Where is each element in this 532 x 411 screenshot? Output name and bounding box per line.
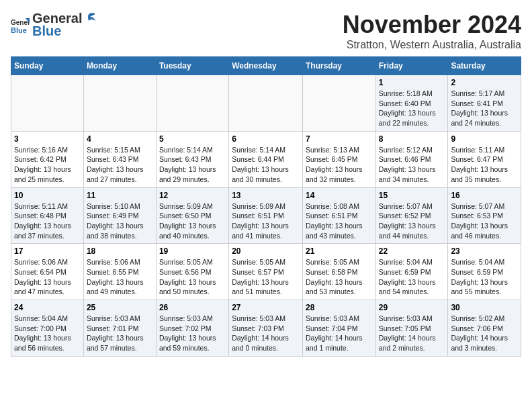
day-number: 13 [232, 191, 300, 200]
day-number: 22 [379, 246, 445, 256]
day-number: 30 [451, 303, 518, 312]
weekday-header-friday: Friday [375, 57, 448, 75]
day-info: Sunrise: 5:12 AM Sunset: 6:46 PM Dayligh… [379, 145, 445, 185]
calendar-cell: 24Sunrise: 5:04 AM Sunset: 7:00 PM Dayli… [11, 300, 84, 357]
calendar-cell [229, 75, 303, 132]
day-info: Sunrise: 5:02 AM Sunset: 7:06 PM Dayligh… [451, 314, 518, 353]
calendar-cell: 22Sunrise: 5:04 AM Sunset: 6:59 PM Dayli… [375, 244, 448, 300]
weekday-header-wednesday: Wednesday [229, 57, 303, 75]
day-number: 26 [159, 303, 226, 312]
day-info: Sunrise: 5:03 AM Sunset: 7:05 PM Dayligh… [379, 314, 445, 353]
day-number: 18 [87, 246, 153, 256]
day-number: 6 [232, 134, 300, 144]
day-info: Sunrise: 5:06 AM Sunset: 6:54 PM Dayligh… [14, 257, 81, 297]
calendar-cell: 14Sunrise: 5:08 AM Sunset: 6:51 PM Dayli… [302, 187, 375, 244]
header: General Blue General Blue November 2024 … [11, 11, 521, 51]
calendar-cell: 6Sunrise: 5:14 AM Sunset: 6:44 PM Daylig… [229, 131, 303, 187]
day-number: 16 [451, 191, 518, 200]
calendar-cell: 17Sunrise: 5:06 AM Sunset: 6:54 PM Dayli… [11, 244, 84, 300]
day-number: 17 [14, 246, 81, 256]
day-number: 23 [451, 246, 518, 256]
day-number: 5 [159, 134, 226, 144]
weekday-header-sunday: Sunday [11, 57, 84, 75]
day-number: 2 [451, 78, 518, 87]
calendar-cell: 5Sunrise: 5:14 AM Sunset: 6:43 PM Daylig… [156, 131, 228, 187]
logo-icon: General Blue [11, 15, 30, 34]
week-row-3: 10Sunrise: 5:11 AM Sunset: 6:48 PM Dayli… [11, 187, 521, 244]
calendar-cell: 10Sunrise: 5:11 AM Sunset: 6:48 PM Dayli… [11, 187, 84, 244]
week-row-2: 3Sunrise: 5:16 AM Sunset: 6:42 PM Daylig… [11, 131, 521, 187]
day-info: Sunrise: 5:09 AM Sunset: 6:50 PM Dayligh… [159, 201, 226, 241]
week-row-5: 24Sunrise: 5:04 AM Sunset: 7:00 PM Dayli… [11, 300, 521, 357]
calendar-cell: 28Sunrise: 5:03 AM Sunset: 7:04 PM Dayli… [302, 300, 375, 357]
svg-text:Blue: Blue [11, 26, 27, 34]
day-info: Sunrise: 5:04 AM Sunset: 7:00 PM Dayligh… [14, 314, 81, 353]
day-info: Sunrise: 5:08 AM Sunset: 6:51 PM Dayligh… [306, 201, 373, 241]
calendar-body: 1Sunrise: 5:18 AM Sunset: 6:40 PM Daylig… [11, 75, 521, 357]
week-row-1: 1Sunrise: 5:18 AM Sunset: 6:40 PM Daylig… [11, 75, 521, 132]
day-number: 3 [14, 134, 81, 144]
day-info: Sunrise: 5:11 AM Sunset: 6:48 PM Dayligh… [14, 201, 81, 241]
calendar-cell: 9Sunrise: 5:11 AM Sunset: 6:47 PM Daylig… [448, 131, 521, 187]
day-number: 10 [14, 191, 81, 200]
day-number: 27 [232, 303, 300, 312]
day-info: Sunrise: 5:14 AM Sunset: 6:44 PM Dayligh… [232, 145, 300, 185]
calendar-cell: 20Sunrise: 5:05 AM Sunset: 6:57 PM Dayli… [229, 244, 303, 300]
calendar-cell: 3Sunrise: 5:16 AM Sunset: 6:42 PM Daylig… [11, 131, 84, 187]
day-info: Sunrise: 5:14 AM Sunset: 6:43 PM Dayligh… [159, 145, 226, 185]
day-number: 29 [379, 303, 445, 312]
calendar-cell: 29Sunrise: 5:03 AM Sunset: 7:05 PM Dayli… [375, 300, 448, 357]
calendar-cell [83, 75, 156, 132]
weekday-header-row: SundayMondayTuesdayWednesdayThursdayFrid… [11, 57, 521, 75]
day-info: Sunrise: 5:03 AM Sunset: 7:04 PM Dayligh… [306, 314, 373, 353]
calendar-cell: 16Sunrise: 5:07 AM Sunset: 6:53 PM Dayli… [448, 187, 521, 244]
calendar-cell: 11Sunrise: 5:10 AM Sunset: 6:49 PM Dayli… [83, 187, 156, 244]
day-number: 12 [159, 191, 226, 200]
calendar-cell: 2Sunrise: 5:17 AM Sunset: 6:41 PM Daylig… [448, 75, 521, 132]
calendar-cell: 23Sunrise: 5:04 AM Sunset: 6:59 PM Dayli… [448, 244, 521, 300]
day-number: 15 [379, 191, 445, 200]
calendar-cell [302, 75, 375, 132]
day-number: 24 [14, 303, 81, 312]
location-subtitle: Stratton, Western Australia, Australia [343, 39, 521, 51]
day-info: Sunrise: 5:04 AM Sunset: 6:59 PM Dayligh… [451, 257, 518, 297]
calendar-cell: 7Sunrise: 5:13 AM Sunset: 6:45 PM Daylig… [302, 131, 375, 187]
logo: General Blue General Blue [11, 11, 95, 39]
day-number: 11 [87, 191, 153, 200]
calendar-cell: 25Sunrise: 5:03 AM Sunset: 7:01 PM Dayli… [83, 300, 156, 357]
day-info: Sunrise: 5:04 AM Sunset: 6:59 PM Dayligh… [379, 257, 445, 297]
day-info: Sunrise: 5:05 AM Sunset: 6:58 PM Dayligh… [306, 257, 373, 297]
logo-bird-icon [83, 11, 95, 26]
day-number: 20 [232, 246, 300, 256]
calendar-cell: 30Sunrise: 5:02 AM Sunset: 7:06 PM Dayli… [448, 300, 521, 357]
calendar-cell: 4Sunrise: 5:15 AM Sunset: 6:43 PM Daylig… [83, 131, 156, 187]
day-info: Sunrise: 5:09 AM Sunset: 6:51 PM Dayligh… [232, 201, 300, 241]
calendar-header: SundayMondayTuesdayWednesdayThursdayFrid… [11, 57, 521, 75]
calendar-cell: 26Sunrise: 5:03 AM Sunset: 7:02 PM Dayli… [156, 300, 228, 357]
day-info: Sunrise: 5:03 AM Sunset: 7:01 PM Dayligh… [87, 314, 153, 353]
calendar-cell: 19Sunrise: 5:05 AM Sunset: 6:56 PM Dayli… [156, 244, 228, 300]
day-info: Sunrise: 5:18 AM Sunset: 6:40 PM Dayligh… [379, 89, 445, 128]
title-area: November 2024 Stratton, Western Australi… [343, 11, 521, 51]
week-row-4: 17Sunrise: 5:06 AM Sunset: 6:54 PM Dayli… [11, 244, 521, 300]
calendar-cell: 21Sunrise: 5:05 AM Sunset: 6:58 PM Dayli… [302, 244, 375, 300]
day-info: Sunrise: 5:13 AM Sunset: 6:45 PM Dayligh… [306, 145, 373, 185]
day-info: Sunrise: 5:17 AM Sunset: 6:41 PM Dayligh… [451, 89, 518, 128]
calendar-cell: 18Sunrise: 5:06 AM Sunset: 6:55 PM Dayli… [83, 244, 156, 300]
month-title: November 2024 [343, 11, 521, 39]
calendar-cell: 27Sunrise: 5:03 AM Sunset: 7:03 PM Dayli… [229, 300, 303, 357]
day-info: Sunrise: 5:05 AM Sunset: 6:56 PM Dayligh… [159, 257, 226, 297]
calendar-cell [11, 75, 84, 132]
day-number: 7 [306, 134, 373, 144]
day-info: Sunrise: 5:07 AM Sunset: 6:53 PM Dayligh… [451, 201, 518, 241]
day-info: Sunrise: 5:03 AM Sunset: 7:03 PM Dayligh… [232, 314, 300, 353]
calendar-table: SundayMondayTuesdayWednesdayThursdayFrid… [11, 56, 521, 357]
day-number: 8 [379, 134, 445, 144]
day-info: Sunrise: 5:05 AM Sunset: 6:57 PM Dayligh… [232, 257, 300, 297]
day-info: Sunrise: 5:16 AM Sunset: 6:42 PM Dayligh… [14, 145, 81, 185]
day-number: 25 [87, 303, 153, 312]
calendar-cell: 13Sunrise: 5:09 AM Sunset: 6:51 PM Dayli… [229, 187, 303, 244]
calendar-cell: 1Sunrise: 5:18 AM Sunset: 6:40 PM Daylig… [375, 75, 448, 132]
day-info: Sunrise: 5:10 AM Sunset: 6:49 PM Dayligh… [87, 201, 153, 241]
calendar-cell: 8Sunrise: 5:12 AM Sunset: 6:46 PM Daylig… [375, 131, 448, 187]
